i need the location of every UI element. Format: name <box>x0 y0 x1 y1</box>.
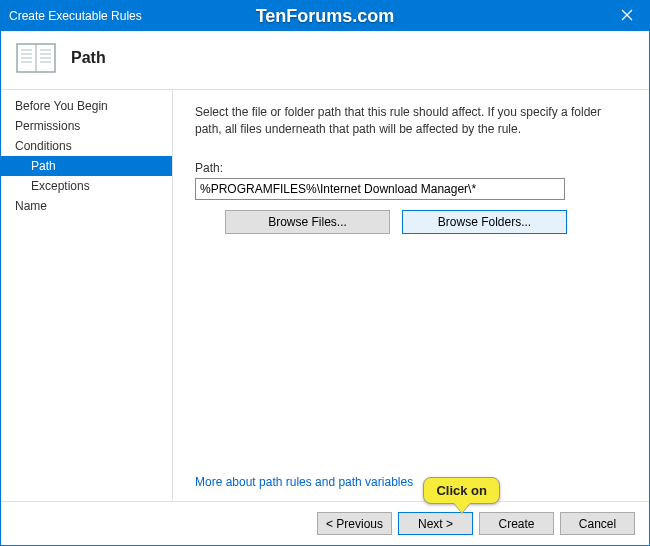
page-title: Path <box>71 49 106 67</box>
nav-name[interactable]: Name <box>1 196 172 216</box>
close-button[interactable] <box>604 1 649 31</box>
nav-exceptions[interactable]: Exceptions <box>1 176 172 196</box>
header: Path <box>1 31 649 90</box>
browse-files-button[interactable]: Browse Files... <box>225 210 390 234</box>
dialog-window: TenForums.com Create Executable Rules <box>0 0 650 546</box>
annotation-callout: Click on <box>423 477 500 504</box>
previous-button[interactable]: < Previous <box>317 512 392 535</box>
footer: < Previous Next > Create Cancel <box>1 501 649 545</box>
nav-conditions[interactable]: Conditions <box>1 136 172 156</box>
nav-before-you-begin[interactable]: Before You Begin <box>1 96 172 116</box>
nav-path[interactable]: Path <box>1 156 172 176</box>
sidebar: Before You Begin Permissions Conditions … <box>1 90 173 501</box>
path-input[interactable] <box>195 178 565 200</box>
close-icon <box>621 8 633 24</box>
titlebar: Create Executable Rules <box>1 1 649 31</box>
browse-folders-button[interactable]: Browse Folders... <box>402 210 567 234</box>
body: Before You Begin Permissions Conditions … <box>1 90 649 501</box>
help-link[interactable]: More about path rules and path variables <box>195 475 627 489</box>
path-label: Path: <box>195 161 627 175</box>
cancel-button[interactable]: Cancel <box>560 512 635 535</box>
instruction-text: Select the file or folder path that this… <box>195 104 627 139</box>
next-button[interactable]: Next > <box>398 512 473 535</box>
wizard-icon <box>15 41 57 75</box>
create-button[interactable]: Create <box>479 512 554 535</box>
content-pane: Select the file or folder path that this… <box>173 90 649 501</box>
window-title: Create Executable Rules <box>9 9 142 23</box>
nav-permissions[interactable]: Permissions <box>1 116 172 136</box>
browse-row: Browse Files... Browse Folders... <box>195 210 627 234</box>
